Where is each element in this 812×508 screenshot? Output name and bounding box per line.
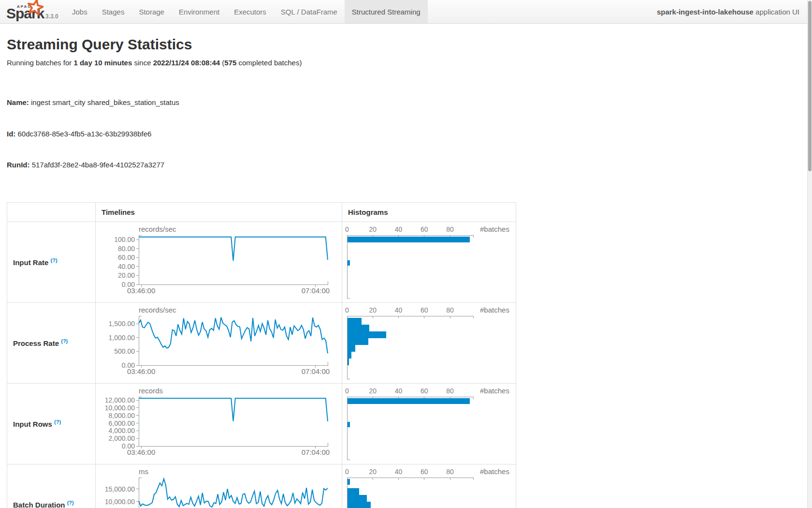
- id-value: 60dc3768-85e3-4fb5-a13c-63b29938bfe6: [15, 130, 151, 138]
- svg-text:03:46:00: 03:46:00: [127, 286, 155, 295]
- svg-text:1,500.00: 1,500.00: [109, 320, 135, 328]
- svg-text:20: 20: [369, 387, 377, 395]
- svg-text:80: 80: [446, 225, 454, 233]
- header-timelines: Timelines: [96, 202, 342, 222]
- batch-duration-help[interactable]: (?): [67, 500, 74, 506]
- completed-suffix: completed batches): [236, 59, 302, 67]
- svg-text:60: 60: [420, 468, 428, 476]
- tab-environment[interactable]: Environment: [172, 0, 227, 23]
- row-label-text: Input Rate: [13, 258, 48, 267]
- svg-text:#batches: #batches: [480, 387, 509, 395]
- svg-text:records/sec: records/sec: [139, 225, 176, 233]
- tab-stages[interactable]: Stages: [95, 0, 132, 23]
- svg-text:80: 80: [446, 306, 454, 314]
- row-label-input-rate: Input Rate (?): [7, 222, 96, 302]
- svg-text:07:04:00: 07:04:00: [302, 448, 330, 456]
- start-time: 2022/11/24 08:08:44: [153, 59, 220, 67]
- svg-text:20.00: 20.00: [118, 271, 135, 279]
- query-name-line: Name: ingest smart_city shared_bikes_sta…: [7, 97, 812, 108]
- input-rows-timeline-chart: records12,000.0010,000.008,000.006,000.0…: [96, 384, 342, 464]
- name-value: ingest smart_city shared_bikes_station_s…: [29, 98, 179, 106]
- runid-value: 517afd3f-28e2-4ba8-9fe4-4102527a3277: [29, 161, 164, 169]
- navbar: APACHE Spark 3.3.0 Jobs Stages Storage E…: [0, 0, 812, 24]
- process-rate-help[interactable]: (?): [61, 338, 68, 344]
- spark-version: 3.3.0: [45, 13, 58, 20]
- scrollbar[interactable]: [807, 0, 812, 508]
- svg-text:500.00: 500.00: [114, 347, 135, 355]
- svg-text:20: 20: [369, 225, 377, 233]
- svg-text:0: 0: [345, 306, 349, 314]
- svg-text:1,000.00: 1,000.00: [109, 333, 135, 341]
- svg-text:2,000.00: 2,000.00: [109, 434, 135, 442]
- scrollbar-thumb[interactable]: [808, 1, 812, 171]
- running-duration: 1 day 10 minutes: [73, 59, 132, 67]
- running-since: since: [132, 59, 153, 67]
- statistics-table: Timelines Histograms Input Rate (?) reco…: [7, 202, 516, 508]
- svg-text:6,000.00: 6,000.00: [109, 419, 135, 427]
- page-title: Streaming Query Statistics: [7, 36, 812, 53]
- svg-text:10,000.00: 10,000.00: [105, 497, 135, 505]
- row-label-input-rows: Input Rows (?): [7, 383, 96, 464]
- application-title-suffix: application UI: [754, 8, 799, 16]
- svg-text:80.00: 80.00: [118, 244, 135, 252]
- table-row: Input Rate (?) records/sec100.0080.0060.…: [7, 222, 516, 302]
- svg-text:60.00: 60.00: [118, 254, 135, 261]
- svg-text:0: 0: [345, 225, 349, 233]
- svg-text:100.00: 100.00: [114, 236, 135, 243]
- running-batches-line: Running batches for 1 day 10 minutes sin…: [7, 59, 812, 67]
- svg-text:40: 40: [395, 387, 403, 395]
- input-rows-histogram-chart: 020406080#batches: [342, 384, 516, 464]
- svg-text:#batches: #batches: [480, 467, 509, 476]
- tab-jobs[interactable]: Jobs: [65, 0, 95, 23]
- process-rate-timeline-chart: records/sec1,500.001,000.00500.000.0003:…: [96, 303, 342, 383]
- svg-text:80: 80: [446, 387, 454, 395]
- input-rate-histogram-chart: 020406080#batches: [342, 222, 516, 302]
- tab-sql-dataframe[interactable]: SQL / DataFrame: [274, 0, 345, 23]
- application-title: spark-ingest-into-lakehouse application …: [657, 0, 799, 24]
- svg-text:60: 60: [420, 387, 428, 395]
- row-label-batch-duration: Batch Duration (?): [7, 464, 96, 508]
- header-empty: [7, 202, 96, 222]
- svg-text:10,000.00: 10,000.00: [105, 403, 135, 411]
- svg-text:03:46:00: 03:46:00: [127, 448, 155, 456]
- svg-text:40: 40: [395, 306, 403, 314]
- running-prefix: Running batches for: [7, 59, 73, 67]
- name-label: Name:: [7, 98, 29, 106]
- spark-star-icon: [27, 0, 44, 15]
- input-rate-help[interactable]: (?): [51, 257, 58, 263]
- paren-open: (: [220, 59, 224, 67]
- svg-text:40.00: 40.00: [118, 262, 135, 270]
- runid-label: RunId:: [7, 161, 29, 169]
- row-label-text: Batch Duration: [13, 501, 65, 508]
- table-row: Input Rows (?) records12,000.0010,000.00…: [7, 383, 516, 464]
- process-rate-histogram-chart: 020406080#batches: [342, 303, 516, 383]
- svg-text:03:46:00: 03:46:00: [127, 367, 155, 375]
- svg-text:60: 60: [420, 225, 428, 233]
- svg-text:ms: ms: [139, 467, 148, 476]
- svg-text:0: 0: [345, 468, 349, 476]
- query-id-line: Id: 60dc3768-85e3-4fb5-a13c-63b29938bfe6: [7, 129, 812, 139]
- svg-text:#batches: #batches: [480, 225, 509, 233]
- application-name: spark-ingest-into-lakehouse: [657, 8, 754, 16]
- svg-text:40: 40: [395, 225, 403, 233]
- input-rows-help[interactable]: (?): [54, 419, 61, 425]
- header-histograms: Histograms: [342, 202, 516, 222]
- query-runid-line: RunId: 517afd3f-28e2-4ba8-9fe4-4102527a3…: [7, 160, 812, 170]
- spark-logo[interactable]: APACHE Spark 3.3.0: [0, 0, 65, 23]
- svg-text:8,000.00: 8,000.00: [109, 411, 135, 419]
- svg-text:40: 40: [395, 468, 403, 476]
- query-metadata: Name: ingest smart_city shared_bikes_sta…: [7, 76, 812, 191]
- svg-text:07:04:00: 07:04:00: [302, 286, 330, 295]
- svg-text:records/sec: records/sec: [139, 306, 176, 314]
- row-label-process-rate: Process Rate (?): [7, 302, 96, 383]
- table-row: Batch Duration (?) ms15,000.0010,000.005…: [7, 464, 516, 508]
- tab-structured-streaming[interactable]: Structured Streaming: [345, 0, 428, 23]
- svg-text:20: 20: [369, 306, 377, 314]
- row-label-text: Process Rate: [13, 339, 59, 347]
- tab-executors[interactable]: Executors: [227, 0, 274, 23]
- tab-storage[interactable]: Storage: [131, 0, 172, 23]
- row-label-text: Input Rows: [13, 420, 52, 428]
- svg-text:4,000.00: 4,000.00: [109, 427, 135, 434]
- svg-text:12,000.00: 12,000.00: [105, 396, 135, 404]
- table-row: Process Rate (?) records/sec1,500.001,00…: [7, 302, 516, 383]
